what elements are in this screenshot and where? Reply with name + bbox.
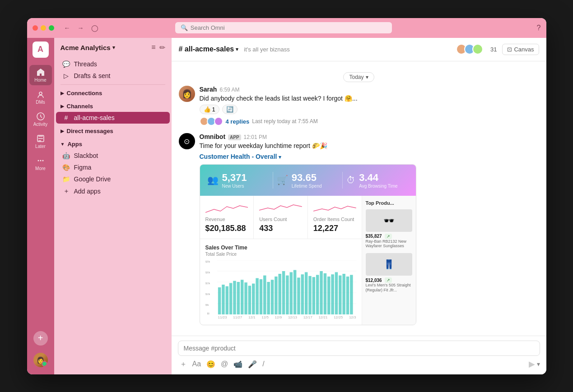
svg-rect-27 bbox=[259, 279, 262, 314]
svg-point-0 bbox=[39, 92, 42, 95]
sidebar-item-drafts[interactable]: ▷ Drafts & sent bbox=[56, 70, 170, 82]
sidebar-connections-header[interactable]: ▶ Connections bbox=[54, 88, 172, 99]
google-drive-icon: 📁 bbox=[62, 175, 70, 183]
sidebar-dms-header[interactable]: ▶ Direct messages bbox=[54, 125, 172, 137]
svg-rect-30 bbox=[270, 280, 273, 314]
metrics-row: Revenue $20,185.88 bbox=[200, 196, 362, 239]
channel-name[interactable]: # all-acme-sales ▾ bbox=[179, 45, 239, 53]
add-button[interactable]: + bbox=[33, 331, 48, 346]
search-input[interactable] bbox=[191, 24, 387, 31]
svg-rect-31 bbox=[275, 277, 277, 314]
sidebar-item-slackbot[interactable]: 🤖 Slackbot bbox=[56, 150, 170, 161]
member-count[interactable]: 31 bbox=[490, 46, 497, 53]
svg-rect-35 bbox=[289, 272, 292, 314]
product-badge-2: ↗ bbox=[385, 277, 392, 283]
titlebar: ← → ◯ 🔍 ? bbox=[27, 18, 546, 38]
sidebar-item-figma[interactable]: 🎨 Figma bbox=[56, 161, 170, 173]
compose-button[interactable]: ✏ bbox=[159, 43, 165, 52]
svg-point-2 bbox=[37, 160, 39, 161]
svg-rect-16 bbox=[218, 287, 220, 314]
attach-button[interactable]: ＋ bbox=[178, 359, 189, 370]
sarah-reactions: 👍 1 🔄 bbox=[200, 105, 539, 114]
sidebar-section-dms: ▶ Direct messages bbox=[54, 125, 172, 138]
nav-activity[interactable]: Activity bbox=[29, 109, 52, 129]
text-format-button[interactable]: Aa bbox=[191, 359, 203, 369]
sidebar-item-threads[interactable]: 💬 Threads bbox=[56, 58, 170, 70]
maximize-button[interactable] bbox=[49, 25, 54, 31]
reply-avatars bbox=[200, 117, 223, 126]
reaction-thumbsup[interactable]: 👍 1 bbox=[200, 105, 219, 114]
slash-button[interactable]: / bbox=[261, 359, 266, 369]
product-item-2: 👖 $12,036 ↗ Levi's Men's 505 Straight (R… bbox=[366, 253, 412, 293]
search-bar[interactable]: 🔍 bbox=[175, 22, 392, 33]
svg-rect-32 bbox=[278, 274, 281, 314]
nav-home[interactable]: Home bbox=[29, 65, 52, 85]
help-button[interactable]: ? bbox=[537, 24, 541, 32]
search-icon: 🔍 bbox=[181, 24, 188, 31]
sidebar-header: Acme Analytics ▾ ≡ ✏ bbox=[54, 38, 172, 57]
video-button[interactable]: 📹 bbox=[232, 359, 244, 369]
svg-rect-24 bbox=[248, 286, 251, 314]
minimize-button[interactable] bbox=[41, 25, 46, 31]
sidebar-item-add-apps[interactable]: ＋ Add apps bbox=[56, 185, 170, 198]
health-stats: 👥 5,371 New Users 🛒 bbox=[200, 165, 416, 196]
svg-rect-45 bbox=[327, 277, 330, 314]
card-link-chevron: ▾ bbox=[279, 154, 281, 160]
sidebar-apps-header[interactable]: ▼ Apps bbox=[54, 138, 172, 150]
sarah-author: Sarah bbox=[200, 86, 217, 93]
product-item-1: 🕶️ $35,827 ↗ Ray-Ban RB2132 New Wayfarer… bbox=[366, 209, 412, 249]
svg-rect-36 bbox=[293, 270, 296, 314]
replies-link[interactable]: 4 replies bbox=[226, 118, 250, 125]
nav-later[interactable]: Later bbox=[29, 131, 52, 152]
expand-button[interactable]: ▾ bbox=[537, 360, 540, 368]
sarah-text: Did anybody check the leads list last we… bbox=[200, 94, 539, 103]
svg-rect-49 bbox=[342, 274, 345, 314]
card-link[interactable]: Customer Health - Overall ▾ bbox=[200, 153, 282, 160]
threads-icon: 💬 bbox=[62, 60, 70, 68]
forward-button[interactable]: → bbox=[75, 23, 87, 32]
workspace-avatar[interactable]: A bbox=[33, 42, 49, 58]
message-input[interactable] bbox=[184, 345, 534, 352]
svg-rect-40 bbox=[308, 276, 311, 314]
app-badge: APP bbox=[228, 134, 241, 140]
nav-more[interactable]: More bbox=[29, 153, 52, 174]
member-avatar-3 bbox=[472, 44, 483, 55]
svg-rect-20 bbox=[233, 281, 236, 314]
refresh-emoji: 🔄 bbox=[226, 106, 233, 113]
user-avatar[interactable]: 👩 bbox=[33, 353, 48, 367]
drafts-icon: ▷ bbox=[62, 72, 70, 79]
sidebar-section-apps: ▼ Apps 🤖 Slackbot 🎨 Figma 📁 Google Drive… bbox=[54, 138, 172, 198]
icon-rail: A Home DMs Activity Later More bbox=[27, 38, 54, 374]
close-button[interactable] bbox=[33, 25, 38, 31]
sidebar-channels-header[interactable]: ▶ Channels bbox=[54, 101, 172, 112]
canvas-icon: ⊡ bbox=[507, 46, 512, 53]
filter-button[interactable]: ≡ bbox=[151, 43, 155, 52]
svg-rect-47 bbox=[335, 272, 337, 314]
product-badge-1: ↗ bbox=[385, 234, 392, 239]
canvas-button[interactable]: ⊡ Canvas bbox=[502, 44, 539, 55]
emoji-button[interactable]: 😊 bbox=[205, 359, 217, 369]
mention-button[interactable]: @ bbox=[219, 359, 230, 369]
stat-divider-1 bbox=[273, 172, 273, 189]
reaction-refresh[interactable]: 🔄 bbox=[222, 105, 238, 114]
messages-area[interactable]: Today ▾ 👩 Sarah 6:59 AM Did anybody c bbox=[172, 61, 546, 336]
thumbsup-emoji: 👍 bbox=[204, 106, 211, 113]
nav-dms[interactable]: DMs bbox=[29, 87, 52, 107]
users-icon: 👥 bbox=[207, 175, 219, 185]
sidebar-item-all-acme-sales[interactable]: # all-acme-sales bbox=[56, 112, 170, 124]
svg-rect-46 bbox=[331, 274, 334, 314]
back-button[interactable]: ← bbox=[61, 23, 73, 32]
audio-button[interactable]: 🎤 bbox=[246, 359, 259, 369]
svg-rect-21 bbox=[237, 282, 239, 314]
workspace-name[interactable]: Acme Analytics ▾ bbox=[61, 44, 115, 51]
history-button[interactable]: ◯ bbox=[89, 23, 101, 32]
send-button[interactable]: ▶ bbox=[529, 359, 535, 369]
product-img-1: 🕶️ bbox=[366, 209, 412, 232]
metrics-chart-row: Revenue $20,185.88 bbox=[200, 196, 416, 325]
today-button[interactable]: Today ▾ bbox=[343, 72, 374, 82]
member-avatars[interactable] bbox=[456, 44, 483, 55]
svg-rect-42 bbox=[316, 275, 318, 314]
sarah-avatar: 👩 bbox=[179, 86, 195, 102]
message-input-box[interactable] bbox=[178, 341, 540, 356]
sidebar-item-google-drive[interactable]: 📁 Google Drive bbox=[56, 173, 170, 185]
